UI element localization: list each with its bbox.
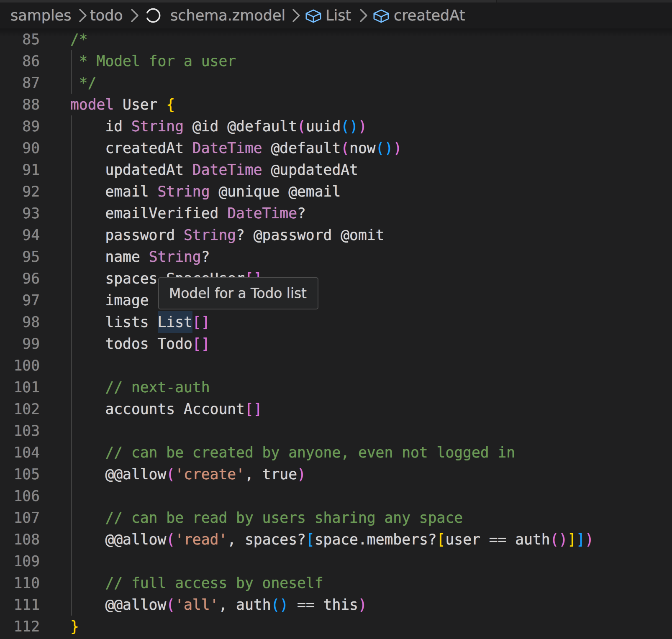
line-number-86: 86 [0, 50, 40, 72]
breadcrumb-item-todo[interactable]: todo [90, 3, 123, 28]
line-number-107: 107 [0, 507, 40, 529]
vscode-editor-window: samplestodoschema.zmodelListcreatedAt 85… [0, 0, 672, 639]
line-number-95: 95 [0, 246, 40, 268]
code-line-108[interactable]: @@allow('read', spaces?[space.members?[u… [70, 529, 594, 550]
code-line-89[interactable]: id String @id @default(uuid()) [70, 115, 367, 137]
code-line-91[interactable]: updatedAt DateTime @updatedAt [70, 159, 358, 181]
breadcrumb-item-schema.zmodel[interactable]: schema.zmodel [170, 3, 285, 28]
symbol-field-cube-icon[interactable] [373, 9, 390, 25]
scroll-shadow [0, 28, 672, 37]
code-line-94[interactable]: password String? @password @omit [70, 224, 384, 246]
line-number-112: 112 [0, 616, 40, 637]
line-number-92: 92 [0, 181, 40, 202]
code-line-111[interactable]: @@allow('all', auth() == this) [70, 594, 367, 616]
line-number-104: 104 [0, 442, 40, 463]
line-number-111: 111 [0, 594, 40, 616]
code-line-98[interactable]: lists List[] [70, 311, 210, 333]
code-line-102[interactable]: accounts Account[] [70, 398, 262, 420]
code-line-85[interactable]: /* [70, 28, 88, 50]
line-number-109: 109 [0, 550, 40, 572]
line-number-94: 94 [0, 224, 40, 246]
chevron-right-icon [130, 9, 140, 24]
line-number-110: 110 [0, 572, 40, 594]
line-number-87: 87 [0, 72, 40, 94]
line-number-85: 85 [0, 28, 40, 50]
line-number-108: 108 [0, 529, 40, 550]
chevron-right-icon [291, 9, 301, 24]
code-line-95[interactable]: name String? [70, 246, 210, 268]
breadcrumb-item-samples[interactable]: samples [10, 3, 72, 28]
breadcrumb-item-createdAt[interactable]: createdAt [394, 3, 465, 28]
code-line-90[interactable]: createdAt DateTime @default(now()) [70, 137, 402, 159]
line-number-101: 101 [0, 376, 40, 398]
breadcrumb: samplestodoschema.zmodelListcreatedAt [0, 3, 672, 28]
code-line-86[interactable]: * Model for a user [70, 50, 236, 72]
line-number-88: 88 [0, 94, 40, 115]
code-line-104[interactable]: // can be created by anyone, even not lo… [70, 442, 515, 463]
line-number-96: 96 [0, 268, 40, 289]
line-number-91: 91 [0, 159, 40, 181]
chevron-right-icon [359, 9, 369, 24]
hover-tooltip: Model for a Todo list [158, 277, 318, 309]
line-number-105: 105 [0, 463, 40, 485]
code-line-93[interactable]: emailVerified DateTime? [70, 202, 306, 224]
chevron-right-icon [78, 9, 88, 24]
code-line-87[interactable]: */ [70, 72, 97, 94]
line-number-106: 106 [0, 485, 40, 507]
line-number-100: 100 [0, 355, 40, 376]
code-line-110[interactable]: // full access by oneself [70, 572, 323, 594]
line-number-103: 103 [0, 420, 40, 442]
code-line-92[interactable]: email String @unique @email [70, 181, 341, 202]
code-line-101[interactable]: // next-auth [70, 376, 210, 398]
code-line-99[interactable]: todos Todo[] [70, 333, 210, 355]
line-number-93: 93 [0, 202, 40, 224]
loading-spinner-icon[interactable] [145, 8, 161, 25]
line-number-98: 98 [0, 311, 40, 333]
code-line-107[interactable]: // can be read by users sharing any spac… [70, 507, 463, 529]
code-line-112[interactable]: } [70, 616, 79, 637]
breadcrumb-item-List[interactable]: List [326, 3, 351, 28]
code-line-105[interactable]: @@allow('create', true) [70, 463, 306, 485]
line-number-89: 89 [0, 115, 40, 137]
line-number-99: 99 [0, 333, 40, 355]
code-line-88[interactable]: model User { [70, 94, 175, 115]
line-number-102: 102 [0, 398, 40, 420]
hover-tooltip-text: Model for a Todo list [169, 286, 307, 302]
code-line-97[interactable]: image [70, 289, 149, 311]
symbol-field-cube-icon[interactable] [305, 9, 322, 25]
line-number-90: 90 [0, 137, 40, 159]
line-number-97: 97 [0, 289, 40, 311]
code-editor[interactable]: 8586878889909192939495969798991001011021… [0, 28, 672, 639]
